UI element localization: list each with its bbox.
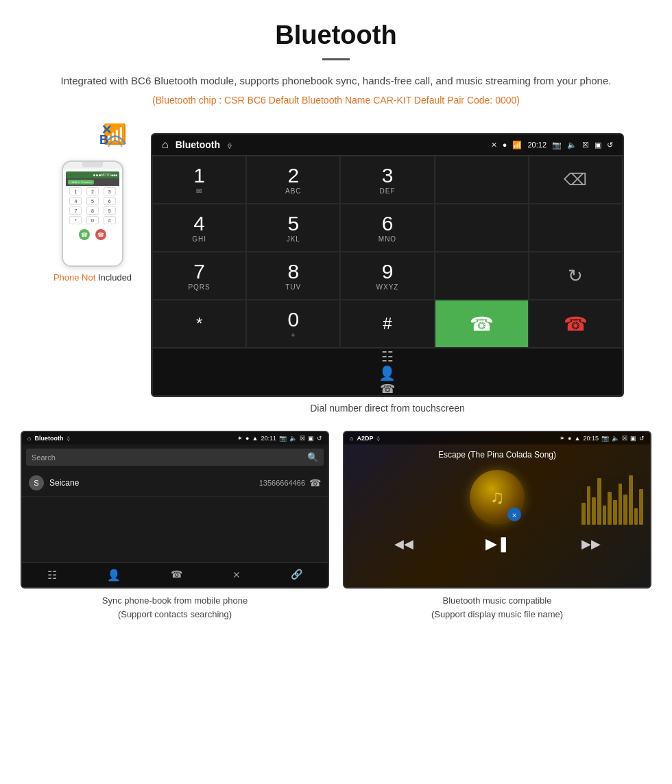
- music-song-title: Escape (The Pina Colada Song): [344, 444, 650, 463]
- phone-statusbar: MOTO ■■■: [66, 171, 119, 178]
- dial-key-star[interactable]: *: [152, 300, 246, 348]
- music-back-icon: ↺: [639, 435, 645, 442]
- dial-key-0[interactable]: 0 +: [246, 300, 340, 348]
- phone-mockup: 📶 ⨉ Β MOTO ■■■: [48, 161, 137, 283]
- dial-redial-cell[interactable]: ↻: [529, 252, 623, 300]
- music-prev-btn[interactable]: ◀◀: [394, 536, 413, 551]
- dial-empty-2: [435, 204, 529, 252]
- toolbar-contacts-icon[interactable]: 👤: [370, 365, 405, 381]
- dial-key-5[interactable]: 5 JKL: [246, 204, 340, 252]
- music-vol-icon: 🔈: [612, 435, 619, 442]
- phonebook-screen: ⌂ Bluetooth ⎀ ✶ ● ▲ 20:11 📷 🔈 ☒ ▣ ↺: [21, 431, 329, 589]
- dial-key-4[interactable]: 4 GHI: [152, 204, 246, 252]
- phone-call-btn[interactable]: ☎: [79, 229, 90, 240]
- dial-key-7[interactable]: 7 PQRS: [152, 252, 246, 300]
- pb-contact-name: Seicane: [49, 478, 259, 488]
- music-controls: ◀◀ ▶❚ ▶▶: [344, 532, 650, 556]
- music-caption: Bluetooth music compatible (Support disp…: [343, 594, 651, 621]
- usb-icon: ⎀: [227, 140, 232, 150]
- pb-tb-grid-icon[interactable]: ☷: [47, 569, 57, 582]
- pb-cam-icon: 📷: [279, 435, 287, 442]
- phone-key-7[interactable]: 7: [69, 206, 82, 215]
- page-description: Integrated with BC6 Bluetooth module, su…: [14, 73, 658, 89]
- dial-key-hash[interactable]: #: [340, 300, 434, 348]
- phone-key-9[interactable]: 9: [104, 206, 116, 215]
- pb-loc-icon: ●: [245, 435, 249, 442]
- location-icon: ●: [503, 141, 507, 149]
- endcall-button[interactable]: ☎: [529, 300, 623, 348]
- dial-empty-4: [435, 252, 529, 300]
- add-contacts-btn[interactable]: + Add to Contacts: [68, 180, 94, 185]
- volume-icon[interactable]: 🔈: [567, 141, 577, 150]
- pb-tb-phone-icon[interactable]: ☎: [171, 569, 182, 582]
- close-icon[interactable]: ☒: [582, 141, 589, 150]
- music-next-btn[interactable]: ▶▶: [581, 536, 601, 551]
- pb-signal-icon: ▲: [252, 435, 259, 442]
- pb-tb-bt-icon[interactable]: ⨯: [232, 569, 241, 582]
- eq-bar-5: [603, 506, 607, 525]
- eq-bar-10: [629, 475, 633, 525]
- pb-search-bar[interactable]: Search 🔍: [26, 449, 324, 466]
- music-signal-icon: ▲: [575, 435, 581, 442]
- toolbar-grid-cell: ☷ 👤 ☎ 📷 🔗: [152, 348, 623, 396]
- car-statusbar: ⌂ Bluetooth ⎀ ⨯ ● 📶 20:12 📷 🔈 ☒ ▣ ↺: [152, 134, 623, 155]
- phone-key-star[interactable]: *: [69, 216, 82, 224]
- dial-key-3[interactable]: 3 DEF: [340, 156, 434, 204]
- phonebook-item: ⌂ Bluetooth ⎀ ✶ ● ▲ 20:11 📷 🔈 ☒ ▣ ↺: [21, 431, 329, 621]
- music-bt-badge: ⨉: [507, 508, 521, 521]
- music-statusbar: ⌂ A2DP ⎀ ✶ ● ▲ 20:15 📷 🔈 ☒ ▣ ↺: [344, 432, 650, 444]
- back-icon[interactable]: ↺: [607, 141, 613, 150]
- page-title: Bluetooth: [14, 21, 658, 50]
- pb-tb-link-icon[interactable]: 🔗: [291, 569, 302, 582]
- dial-key-6[interactable]: 6 MNO: [340, 204, 434, 252]
- music-item: ⌂ A2DP ⎀ ✶ ● ▲ 20:15 📷 🔈 ☒ ▣ ↺: [343, 431, 651, 621]
- window-icon[interactable]: ▣: [595, 141, 601, 150]
- pb-usb-icon: ⎀: [67, 435, 70, 442]
- bottom-section: ⌂ Bluetooth ⎀ ✶ ● ▲ 20:11 📷 🔈 ☒ ▣ ↺: [0, 431, 672, 634]
- music-win-icon: ▣: [630, 435, 636, 442]
- toolbar-bluetooth-icon[interactable]: 📷: [370, 396, 405, 397]
- dial-key-2[interactable]: 2 ABC: [246, 156, 340, 204]
- pb-tb-contacts-icon[interactable]: 👤: [107, 569, 121, 582]
- music-background: ⌂ A2DP ⎀ ✶ ● ▲ 20:15 📷 🔈 ☒ ▣ ↺: [344, 432, 650, 587]
- dial-section: 📶 ⨉ Β MOTO ■■■: [0, 126, 672, 431]
- phone-speaker-top: [82, 162, 103, 167]
- dial-key-1[interactable]: 1 ✉: [152, 156, 246, 204]
- phone-key-1[interactable]: 1: [69, 187, 82, 195]
- pb-call-icon[interactable]: ☎: [309, 477, 321, 488]
- pb-win-icon: ▣: [308, 435, 314, 442]
- music-cam-icon: 📷: [601, 435, 609, 442]
- phone-key-hash[interactable]: #: [104, 216, 116, 224]
- phone-key-5[interactable]: 5: [86, 197, 99, 205]
- phone-not-included-label: Phone Not Included: [53, 272, 132, 283]
- car-screen-container: ⌂ Bluetooth ⎀ ⨯ ● 📶 20:12 📷 🔈 ☒ ▣ ↺: [151, 133, 624, 424]
- pb-search-placeholder: Search: [32, 453, 56, 462]
- dialpad-grid: 1 ✉ 2 ABC 3 DEF ⌫ 4 GHI: [152, 155, 623, 396]
- music-album-art: ♫ ⨉: [470, 470, 525, 525]
- home-icon[interactable]: ⌂: [162, 139, 169, 151]
- phone-key-0[interactable]: 0: [86, 216, 99, 224]
- dial-display-empty-1: [435, 156, 529, 204]
- call-button[interactable]: ☎: [435, 300, 529, 348]
- dial-key-8[interactable]: 8 TUV: [246, 252, 340, 300]
- phone-key-3[interactable]: 3: [104, 187, 116, 195]
- phone-keypad: 1 2 3 4 5 6 7 8 9 *: [66, 186, 119, 227]
- camera-icon[interactable]: 📷: [552, 141, 562, 150]
- dial-key-9[interactable]: 9 WXYZ: [340, 252, 434, 300]
- phone-endcall-btn[interactable]: ☎: [95, 229, 106, 240]
- page-header: Bluetooth Integrated with BC6 Bluetooth …: [0, 0, 672, 126]
- pb-vol-icon: 🔈: [289, 435, 297, 442]
- phone-key-6[interactable]: 6: [104, 197, 116, 205]
- toolbar-phone-icon[interactable]: ☎: [370, 381, 405, 396]
- pb-search-icon: 🔍: [307, 452, 318, 462]
- dial-caption: Dial number direct from touchscreen: [151, 403, 624, 414]
- phone-key-2[interactable]: 2: [86, 187, 99, 195]
- music-playpause-btn[interactable]: ▶❚: [485, 535, 509, 553]
- phone-key-4[interactable]: 4: [69, 197, 82, 205]
- phone-key-8[interactable]: 8: [86, 206, 99, 215]
- dial-backspace-cell[interactable]: ⌫: [529, 156, 623, 204]
- eq-bar-11: [634, 508, 638, 525]
- toolbar-grid-icon[interactable]: ☷: [370, 348, 405, 365]
- signal-icon: 📶: [512, 141, 522, 150]
- music-home-icon: ⌂: [350, 435, 353, 442]
